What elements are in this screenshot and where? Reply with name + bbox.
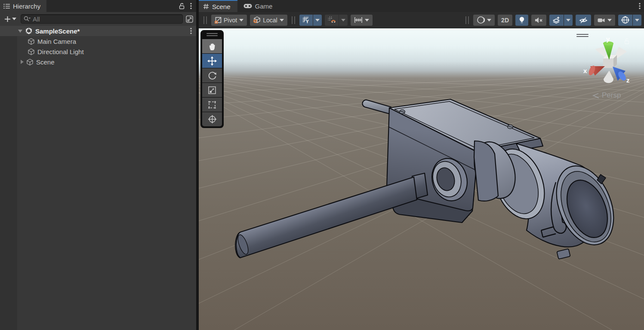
chevron-down-icon [635,19,639,21]
svg-text:Y: Y [306,19,309,24]
move-tool-button[interactable] [202,54,222,68]
toolbar-drag-handle[interactable] [465,16,469,24]
tab-bar-spacer [279,0,639,12]
search-icon [24,16,31,22]
lighting-toggle-button[interactable] [515,15,528,26]
local-toggle-button[interactable]: Local [250,15,287,26]
effects-dropdown[interactable] [564,15,573,26]
chevron-down-icon [12,18,16,20]
gizmos-dropdown[interactable] [633,15,641,26]
snap-dropdown[interactable] [339,15,348,26]
hierarchy-panel: Hierarchy [0,0,196,330]
gizmo-z-axis[interactable] [613,67,628,82]
draw-mode-button[interactable] [473,15,495,26]
scene-asset-name: SampleScene* [35,28,80,35]
hierarchy-tab-bar: Hierarchy [0,0,196,12]
scene-visibility-toggle[interactable] [576,15,591,26]
chevron-down-icon [365,19,369,21]
2d-label: 2D [501,17,509,24]
tab-game[interactable]: Game [237,0,280,12]
gameobject-cube-icon [26,58,34,66]
hand-icon [208,42,216,51]
grid-visibility-group: Y [299,15,322,26]
tree-item-directional-light[interactable]: Directional Light [0,46,196,57]
persp-chevron-icon [591,92,600,99]
tab-scene[interactable]: Scene [199,0,237,12]
chevron-down-icon [607,19,612,21]
axis-x-label: x [583,67,587,74]
gameobject-cube-icon [28,48,35,55]
chevron-down-icon [487,19,491,21]
toolbar-drag-handle[interactable] [292,16,295,24]
chevron-down-icon [239,19,243,21]
kebab-menu-icon[interactable] [190,3,192,9]
tools-overlay [200,30,224,128]
search-field[interactable] [21,14,183,24]
grid-visibility-dropdown[interactable] [313,15,322,26]
game-tab-label: Game [255,3,273,10]
scene-toolbar: Pivot Local [199,12,644,28]
snap-increment-button[interactable] [351,15,373,26]
scene-viewport[interactable]: y x z Persp [199,28,644,330]
grid-magnet-icon [328,16,336,24]
scene-options-kebab-icon[interactable] [190,28,192,34]
rect-tool-button[interactable] [202,98,222,112]
2d-toggle-button[interactable]: 2D [498,15,512,26]
tree-item-label: Scene [36,58,55,66]
audio-toggle-button[interactable] [531,15,546,26]
audio-muted-icon [535,17,543,24]
light-bulb-icon [519,16,525,24]
tree-item-scene[interactable]: Scene [0,57,196,67]
gizmo-x-axis[interactable] [588,65,605,76]
tree-item-main-camera[interactable]: Main Camera [0,36,196,46]
gizmos-toggle-button[interactable] [618,15,632,26]
unlock-icon[interactable] [179,3,185,9]
gameobject-cube-icon [28,38,35,45]
open-search-window-icon[interactable] [185,15,194,23]
tab-hierarchy[interactable]: Hierarchy [0,0,46,12]
snap-group [325,15,348,26]
toolbar-drag-handle[interactable] [203,16,207,24]
chevron-down-icon [566,19,570,21]
tree-item-label: Main Camera [37,38,76,45]
rotate-tool-button[interactable] [202,68,222,82]
gizmo-sphere-icon [621,16,629,24]
snap-toggle[interactable] [325,15,339,26]
rect-icon [208,101,216,109]
local-label: Local [263,17,277,24]
transform-tool-button[interactable] [202,112,222,126]
scene-tab-bar: Scene Game [199,0,644,12]
transform-icon [208,115,217,124]
local-axes-icon [253,16,261,24]
create-object-button[interactable] [3,15,18,23]
projection-toggle[interactable]: Persp [591,91,621,100]
axis-z-label: z [626,76,630,84]
scale-icon [208,86,216,95]
grid-visibility-toggle[interactable]: Y [299,15,313,26]
pivot-toggle-button[interactable]: Pivot [211,15,247,26]
shaded-sphere-icon [477,16,485,24]
search-input[interactable] [33,15,180,23]
gizmos-group [618,15,641,26]
scale-tool-button[interactable] [202,83,222,97]
scene-header-row[interactable]: SampleScene* [0,26,196,36]
ruler-ticks-icon [354,17,363,23]
effects-toggle-button[interactable] [549,15,564,26]
scene-grid-icon [203,3,209,9]
rotate-icon [208,71,217,80]
grid-y-icon: Y [302,16,310,24]
effects-group [549,15,573,26]
overlay-drag-handle[interactable] [206,33,218,36]
toolbar-right-group: 2D [464,15,641,26]
hand-tool-button[interactable] [202,39,222,53]
camera-settings-button[interactable] [594,15,615,26]
pivot-icon [215,17,222,24]
hierarchy-tab-label: Hierarchy [13,3,40,10]
chevron-down-icon [341,19,345,21]
hierarchy-search-row [0,12,196,26]
projection-label: Persp [602,91,621,100]
foldout-expanded-icon[interactable] [18,30,22,33]
chevron-down-icon [315,19,320,21]
foldout-collapsed-icon[interactable] [21,60,24,64]
kebab-menu-icon[interactable] [639,3,641,9]
